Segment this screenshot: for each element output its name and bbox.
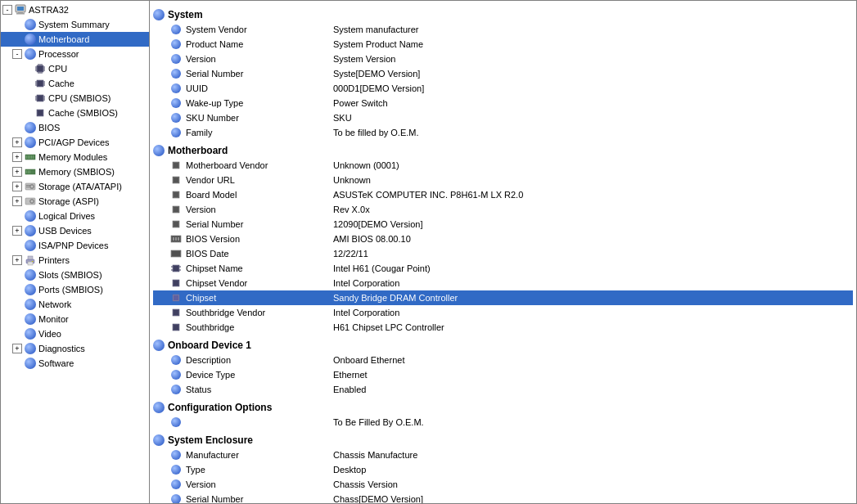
expand-icon-printers[interactable]: + — [12, 255, 22, 265]
sidebar-item-bios[interactable]: BIOS — [1, 120, 149, 135]
sidebar-item-cpu-smbios[interactable]: CPU (SMBIOS) — [1, 91, 149, 106]
prop-chipset[interactable]: Chipset Sandy Bridge DRAM Controller — [153, 290, 853, 305]
prop-icon-chassis-version — [169, 478, 183, 491]
prop-value-mb-vendor: Unknown (0001) — [333, 160, 853, 170]
sidebar-item-diagnostics[interactable]: + Diagnostics — [1, 341, 149, 356]
prop-icon-chassis-mfr — [169, 448, 183, 461]
sidebar-item-memory-modules[interactable]: + Memory Modules — [1, 150, 149, 164]
svg-rect-76 — [174, 266, 178, 271]
sidebar-item-slots-smbios[interactable]: Slots (SMBIOS) — [1, 268, 149, 282]
prop-name-chassis-version: Version — [186, 479, 333, 489]
sidebar-item-video[interactable]: Video — [1, 326, 149, 341]
prop-name-chipset: Chipset — [186, 293, 333, 303]
expand-icon-diagnostics[interactable]: + — [12, 344, 22, 353]
sidebar: - ASTRA32 System Summary — [1, 1, 150, 503]
sidebar-label-software: Software — [38, 358, 74, 368]
prop-value-bios-version: AMI BIOS 08.00.10 — [333, 234, 853, 244]
sidebar-item-system-summary[interactable]: System Summary — [1, 17, 149, 32]
prop-config-oem: To Be Filled By O.E.M. — [153, 415, 853, 430]
expand-icon-pci[interactable]: + — [12, 137, 22, 147]
sidebar-label-cpu-smbios: CPU (SMBIOS) — [48, 93, 111, 103]
prop-value-chassis-version: Chassis Version — [333, 479, 853, 489]
sidebar-item-monitor[interactable]: Monitor — [1, 312, 149, 326]
prop-value-product-name: System Product Name — [333, 39, 853, 49]
sidebar-item-cache-smbios[interactable]: Cache (SMBIOS) — [1, 106, 149, 120]
prop-value-southbridge: H61 Chipset LPC Controller — [333, 322, 853, 332]
sidebar-item-label: ASTRA32 — [29, 5, 69, 15]
svg-rect-56 — [28, 262, 33, 265]
sidebar-label-motherboard: Motherboard — [38, 34, 89, 44]
blue-ball-icon-slots — [24, 268, 37, 281]
prop-name-mb-vendor: Motherboard Vendor — [186, 160, 333, 170]
expand-icon-memory[interactable]: + — [12, 152, 22, 162]
memory-smbios-icon — [24, 165, 37, 178]
sidebar-item-logical-drives[interactable]: Logical Drives — [1, 209, 149, 223]
prop-name-description: Description — [186, 355, 333, 365]
prop-value-wakeup: Power Switch — [333, 98, 853, 108]
prop-value-mb-version: Rev X.0x — [333, 205, 853, 214]
sidebar-label-cache: Cache — [48, 79, 74, 88]
prop-name-board-model: Board Model — [186, 190, 333, 200]
sidebar-label-cpu: CPU — [48, 64, 67, 74]
expand-icon-astra32[interactable]: - — [2, 5, 12, 15]
sidebar-item-pci-agp[interactable]: + PCI/AGP Devices — [1, 135, 149, 150]
sidebar-item-cpu[interactable]: CPU — [1, 61, 149, 76]
section-icon-motherboard — [153, 145, 165, 156]
sidebar-item-ports-smbios[interactable]: Ports (SMBIOS) — [1, 282, 149, 297]
prop-southbridge: Southbridge H61 Chipset LPC Controller — [153, 320, 853, 335]
prop-icon-bios-version — [169, 232, 183, 245]
prop-value-status: Enabled — [333, 385, 853, 394]
sidebar-label-memory: Memory Modules — [38, 152, 107, 162]
prop-board-model: Board Model ASUSTeK COMPUTER INC. P8H61-… — [153, 187, 853, 202]
sidebar-item-printers[interactable]: + Printers — [1, 253, 149, 268]
svg-rect-38 — [28, 155, 29, 159]
prop-icon-mb-version — [169, 203, 183, 216]
prop-value-config-oem: To Be Filled By O.E.M. — [333, 417, 853, 427]
sidebar-item-storage-aspi[interactable]: + Storage (ASPI) — [1, 194, 149, 209]
prop-bios-date: BIOS Date 12/22/11 — [153, 246, 853, 261]
prop-name-mb-version: Version — [186, 205, 333, 214]
prop-value-system-version: System Version — [333, 54, 853, 64]
prop-value-bios-date: 12/22/11 — [333, 249, 853, 259]
svg-rect-39 — [29, 155, 30, 159]
main-content: - ASTRA32 System Summary — [1, 1, 856, 503]
sidebar-item-processor[interactable]: - Processor — [1, 47, 149, 61]
blue-ball-icon-network — [24, 298, 37, 311]
sidebar-item-usb[interactable]: + USB Devices — [1, 223, 149, 238]
svg-rect-86 — [174, 310, 178, 315]
prop-southbridge-vendor: Southbridge Vendor Intel Corporation — [153, 305, 853, 320]
prop-icon-config-oem — [169, 416, 183, 429]
prop-name-system-serial: Serial Number — [186, 69, 333, 79]
expand-icon-storage-aspi[interactable]: + — [12, 196, 22, 206]
section-header-onboard: Onboard Device 1 — [153, 340, 853, 351]
sidebar-item-motherboard[interactable]: Motherboard — [1, 32, 149, 47]
svg-rect-19 — [38, 81, 43, 86]
sidebar-item-memory-smbios[interactable]: + Memory (SMBIOS) — [1, 164, 149, 179]
svg-rect-27 — [38, 96, 43, 101]
sidebar-item-isa-pnp[interactable]: ISA/PNP Devices — [1, 238, 149, 253]
sidebar-item-cache[interactable]: Cache — [1, 76, 149, 91]
prop-chassis-serial: Serial Number Chass[DEMO Version] — [153, 492, 853, 503]
sidebar-item-software[interactable]: Software — [1, 356, 149, 371]
expand-icon-processor[interactable]: - — [12, 49, 22, 59]
svg-point-53 — [31, 200, 33, 202]
prop-mb-vendor: Motherboard Vendor Unknown (0001) — [153, 158, 853, 173]
sidebar-item-astra32[interactable]: - ASTRA32 — [1, 2, 149, 17]
prop-name-chipset-vendor: Chipset Vendor — [186, 278, 333, 288]
svg-rect-40 — [31, 155, 32, 159]
sidebar-label-system-summary: System Summary — [38, 20, 110, 29]
prop-value-mb-serial: 12090[DEMO Version] — [333, 219, 853, 229]
sidebar-item-network[interactable]: Network — [1, 297, 149, 312]
expand-icon-memory-smbios[interactable]: + — [12, 167, 22, 177]
sidebar-label-cache-smbios: Cache (SMBIOS) — [48, 108, 118, 118]
prop-icon-southbridge — [169, 321, 183, 334]
prop-icon-bios-date — [169, 247, 183, 260]
prop-name-family: Family — [186, 128, 333, 137]
sidebar-item-storage-ata[interactable]: + Storage (ATA/ATAPI) — [1, 179, 149, 194]
svg-rect-37 — [26, 155, 27, 159]
expand-icon-usb[interactable]: + — [12, 226, 22, 236]
expand-icon-storage-ata[interactable]: + — [12, 182, 22, 191]
prop-value-chipset: Sandy Bridge DRAM Controller — [333, 293, 853, 303]
prop-icon-wakeup — [169, 97, 183, 110]
blue-ball-icon-monitor — [24, 313, 37, 326]
